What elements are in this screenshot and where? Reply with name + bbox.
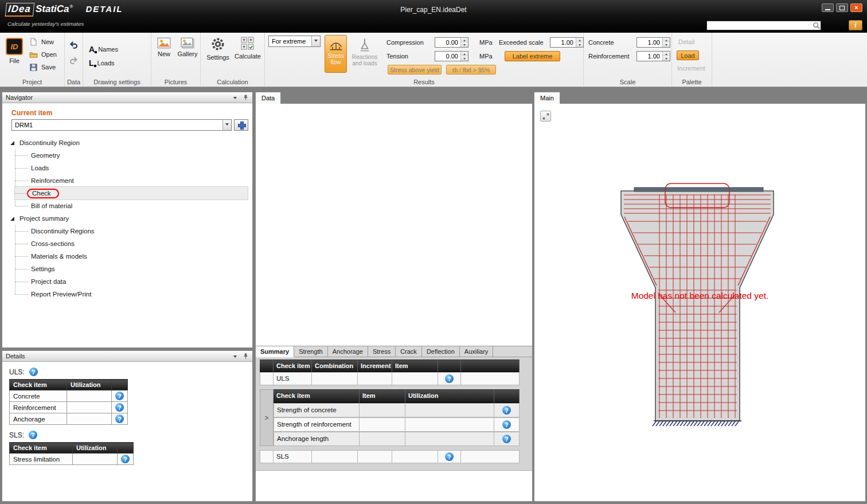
reactions-and-loads-button[interactable]: Reactions and loads (349, 35, 381, 73)
table-row[interactable]: Strength of concrete ? (274, 403, 520, 417)
new-picture-button[interactable]: New (154, 37, 174, 57)
strength-reinforcement-help-icon[interactable]: ? (502, 420, 511, 429)
for-extreme-dropdown[interactable]: For extreme (268, 36, 321, 47)
tree-node-cross-sections[interactable]: Cross-sections (15, 237, 248, 250)
names-toggle[interactable]: A Names (89, 44, 118, 55)
tree-node-discontinuity-region[interactable]: Discontinuity Region (2, 136, 252, 149)
undo-button[interactable] (69, 40, 79, 52)
scale-reinforcement-up-icon[interactable] (663, 52, 670, 56)
pier-cap-drawing[interactable] (534, 104, 865, 501)
exceeded-scale-down-icon[interactable] (576, 42, 583, 47)
tab-data[interactable]: Data (255, 92, 281, 104)
scale-concrete-down-icon[interactable] (663, 42, 670, 47)
maximize-button[interactable] (836, 3, 848, 12)
exceeded-scale-value[interactable]: 1.00 (550, 38, 576, 47)
tree-node-geometry[interactable]: Geometry (15, 149, 248, 162)
stress-limitation-help-icon[interactable]: ? (121, 455, 130, 463)
scale-concrete-spinner[interactable]: 1.00 (636, 37, 670, 48)
row-expander[interactable]: > (260, 389, 274, 446)
compression-up-icon[interactable] (461, 38, 468, 42)
uls-row-help-icon[interactable]: ? (445, 374, 454, 383)
table-row[interactable]: Strength of reinforcement ? (274, 417, 520, 432)
palette-detail-option[interactable]: Detail (678, 38, 694, 45)
tree-node-bill-of-material[interactable]: Bill of material (15, 200, 248, 212)
tree-node-reinforcement[interactable]: Reinforcement (15, 174, 248, 187)
exceeded-scale-up-icon[interactable] (576, 38, 583, 42)
tree-node-report-preview-print[interactable]: Report Preview/Print (15, 288, 248, 300)
stress-above-yield-toggle[interactable]: Stress above yield (388, 65, 442, 75)
open-label: Open (41, 51, 57, 58)
calculate-button[interactable]: Calculate (233, 36, 263, 60)
tree-node-check[interactable]: Check (15, 187, 248, 200)
expander-icon[interactable] (10, 217, 14, 221)
anchorage-help-icon[interactable]: ? (115, 415, 124, 423)
concrete-help-icon[interactable]: ? (115, 392, 124, 400)
compression-spinner[interactable]: 0.00 (435, 37, 468, 48)
tab-crack[interactable]: Crack (396, 346, 422, 357)
tree-node-settings[interactable]: Settings (15, 263, 248, 275)
scale-reinforcement-down-icon[interactable] (663, 56, 670, 61)
search-icon[interactable] (811, 21, 821, 30)
pin-icon[interactable] (243, 353, 249, 360)
tree-node-loads[interactable]: Loads (15, 162, 248, 174)
collapse-panel-icon[interactable] (233, 355, 237, 360)
tab-stress[interactable]: Stress (368, 346, 396, 357)
collapse-panel-icon[interactable] (233, 97, 237, 101)
search-box[interactable] (706, 21, 821, 30)
pin-icon[interactable] (243, 94, 249, 101)
loads-toggle[interactable]: L Loads (89, 57, 115, 69)
uls-summary-row[interactable]: ULS ? (260, 372, 520, 385)
tb-fbd-toggle[interactable]: τb / fbd > 95% (446, 65, 496, 75)
palette-load-option[interactable]: Load (677, 50, 699, 60)
scale-concrete-value[interactable]: 1.00 (637, 38, 662, 47)
tension-up-icon[interactable] (461, 52, 468, 56)
scale-concrete-up-icon[interactable] (663, 38, 670, 42)
label-extreme-button[interactable]: Label extreme (505, 51, 560, 61)
tree-node-discontinuity-regions[interactable]: Discontinuity Regions (15, 225, 248, 237)
tree-node-materials-models[interactable]: Materials & models (15, 250, 248, 263)
uls-item-cell (392, 372, 438, 385)
sls-help-icon[interactable]: ? (29, 431, 37, 439)
anchorage-length-help-icon[interactable]: ? (502, 435, 511, 443)
header-increment: Increment (358, 360, 392, 372)
calculation-settings-button[interactable]: Settings (204, 36, 232, 61)
open-button[interactable]: Open (29, 49, 57, 60)
compression-down-icon[interactable] (461, 42, 468, 47)
tab-strength[interactable]: Strength (294, 346, 328, 357)
sls-row-help-icon[interactable]: ? (445, 452, 454, 461)
tension-value[interactable]: 0.00 (435, 52, 460, 61)
tab-deflection[interactable]: Deflection (422, 346, 460, 357)
redo-button[interactable] (69, 56, 79, 68)
reinforcement-help-icon[interactable]: ? (115, 403, 124, 412)
stress-flow-button[interactable]: Stress flow (325, 35, 347, 73)
info-button[interactable]: i (849, 20, 862, 30)
tab-anchorage[interactable]: Anchorage (328, 346, 368, 357)
add-item-button[interactable] (234, 119, 248, 131)
fit-view-button[interactable] (540, 111, 551, 122)
minimize-button[interactable] (822, 3, 834, 12)
exceeded-scale-spinner[interactable]: 1.00 (550, 37, 584, 48)
scale-reinforcement-value[interactable]: 1.00 (637, 52, 662, 61)
current-item-dropdown[interactable]: DRM1 (11, 119, 232, 131)
new-button[interactable]: New (29, 36, 57, 48)
scale-reinforcement-spinner[interactable]: 1.00 (636, 51, 670, 61)
gallery-button[interactable]: Gallery (175, 37, 200, 57)
strength-concrete-help-icon[interactable]: ? (502, 406, 511, 415)
palette-increment-option[interactable]: Increment (677, 65, 705, 72)
close-button[interactable]: × (850, 3, 862, 12)
tab-auxiliary[interactable]: Auxiliary (460, 346, 494, 357)
tab-main[interactable]: Main (534, 92, 560, 104)
file-button[interactable]: ID File (2, 35, 26, 74)
tension-spinner[interactable]: 0.00 (435, 51, 468, 61)
tab-summary[interactable]: Summary (256, 346, 294, 357)
tension-down-icon[interactable] (461, 56, 468, 61)
tree-node-project-data[interactable]: Project data (15, 275, 248, 288)
save-button[interactable]: Save (29, 61, 57, 73)
sls-summary-row[interactable]: SLS ? (260, 450, 520, 463)
uls-help-icon[interactable]: ? (29, 368, 38, 376)
table-row[interactable]: Anchorage length ? (274, 432, 520, 446)
expander-icon[interactable] (10, 141, 14, 145)
search-input[interactable] (707, 22, 811, 29)
tree-node-project-summary[interactable]: Project summary (2, 212, 252, 225)
compression-value[interactable]: 0.00 (435, 38, 460, 47)
